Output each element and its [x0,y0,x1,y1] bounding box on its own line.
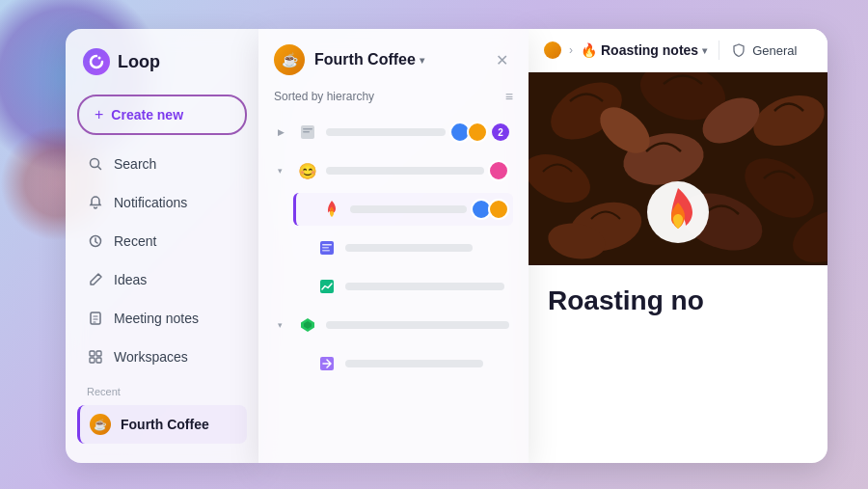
avatar [467,122,488,143]
app-logo: Loop [77,48,247,75]
fourth-coffee-avatar: ☕ [90,414,111,435]
plus-icon: + [95,106,103,123]
sort-label: Sorted by hierarchy [274,90,374,103]
list-item[interactable] [293,270,513,303]
list-item[interactable]: ▾ 😊 [274,154,513,187]
sidebar-item-workspaces[interactable]: Workspaces [77,340,247,374]
item-bar [326,167,484,175]
roasting-notes-label-text: Roasting notes [601,42,698,58]
item-icon [316,353,338,374]
bell-icon [87,194,104,211]
separator [719,41,719,60]
list-item[interactable]: ▾ [274,309,513,341]
flame-icon-small: 🔥 [581,42,597,58]
fourth-coffee-label: Fourth Coffee [121,417,209,432]
avatars-group [475,199,509,220]
app-name: Loop [118,52,160,72]
clock-icon [87,232,104,250]
workspace-avatar: ☕ [274,44,305,75]
sidebar-recent-fourth-coffee[interactable]: ☕ Fourth Coffee [77,405,247,444]
sidebar-item-ideas[interactable]: Ideas [77,262,247,297]
svg-rect-4 [90,351,95,356]
recent-label: Recent [114,233,156,249]
avatar [488,160,509,181]
svg-rect-13 [322,247,329,249]
notifications-label: Notifications [114,195,187,210]
chevron-down-icon: ▾ [420,55,424,66]
recent-section-label: Recent [77,378,247,401]
create-new-button[interactable]: + Create new [77,95,247,135]
svg-rect-7 [96,358,101,363]
main-container: Loop + Create new Search Notif [66,29,827,463]
general-section[interactable]: General [731,42,797,58]
avatar [488,199,509,220]
meeting-notes-label: Meeting notes [114,311,199,326]
collapse-icon: ▾ [278,166,289,176]
svg-rect-6 [90,358,95,363]
item-bar [326,321,509,329]
list-item[interactable]: ▶ 2 [274,116,513,149]
sidebar-item-search[interactable]: Search [77,147,247,181]
coffee-beans-image [529,72,827,265]
sort-bar: Sorted by hierarchy ≡ [274,89,513,104]
middle-panel: ☕ Fourth Coffee ▾ ✕ Sorted by hierarchy … [258,29,529,463]
create-new-label: Create new [111,107,183,122]
filter-icon[interactable]: ≡ [505,89,513,104]
right-panel-header: › 🔥 Roasting notes ▾ General [529,29,827,72]
svg-rect-5 [96,351,101,356]
panel-title-area: ☕ Fourth Coffee ▾ [274,44,424,75]
item-icon [316,237,338,258]
ideas-label: Ideas [114,272,147,287]
expand-icon: ▶ [278,127,289,137]
chevron-icon: ▾ [702,45,707,56]
close-button[interactable]: ✕ [490,48,513,71]
sidebar: Loop + Create new Search Notif [66,29,258,463]
item-bar [326,128,446,136]
flame-logo [644,178,712,246]
list-item[interactable] [293,347,513,380]
roasting-main-title: Roasting no [548,285,808,317]
search-label: Search [114,156,156,172]
svg-point-0 [98,57,101,60]
workspace-name: Fourth Coffee [314,51,416,68]
list-item-roasting[interactable] [293,193,513,226]
list-item[interactable] [293,231,513,264]
shield-icon [731,42,746,58]
list-container: ▶ 2 ▾ 😊 [274,116,513,448]
loop-icon [83,48,110,75]
item-icon [316,276,338,297]
roasting-notes-tab[interactable]: 🔥 Roasting notes ▾ [581,42,707,58]
sidebar-item-recent[interactable]: Recent [77,224,247,258]
item-bar [345,283,504,290]
svg-rect-10 [303,131,310,133]
item-icon: 😊 [297,160,318,181]
sidebar-item-meeting-notes[interactable]: Meeting notes [77,301,247,336]
breadcrumb-icon [544,41,561,59]
pencil-icon [87,271,104,288]
sidebar-item-notifications[interactable]: Notifications [77,185,247,220]
breadcrumb-arrow: › [569,43,573,57]
svg-rect-9 [303,128,312,130]
collapse-icon: ▾ [278,320,289,330]
right-panel-content: Roasting no [529,265,827,327]
item-icon [297,122,318,143]
workspace-title[interactable]: Fourth Coffee ▾ [314,51,424,68]
avatars-group [492,160,509,181]
general-label-text: General [752,43,797,58]
workspaces-label: Workspaces [114,349,188,365]
avatars-group: 2 [453,122,509,143]
svg-rect-14 [322,250,330,252]
flame-item-icon [321,199,342,220]
item-bar [345,244,473,252]
svg-rect-12 [322,244,332,246]
item-bar [350,205,467,213]
note-icon [87,310,104,327]
search-icon [87,155,104,173]
item-bar [345,360,483,367]
grid-icon [87,348,104,366]
right-panel: › 🔥 Roasting notes ▾ General [529,29,827,463]
item-icon [297,314,318,336]
count-badge: 2 [492,123,509,141]
panel-header: ☕ Fourth Coffee ▾ ✕ [274,44,513,75]
